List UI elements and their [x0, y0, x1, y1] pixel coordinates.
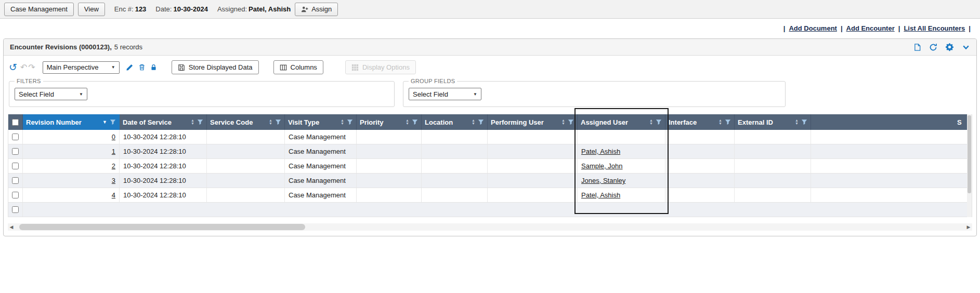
- case-management-button[interactable]: Case Management: [4, 3, 74, 16]
- filter-icon[interactable]: [275, 119, 281, 125]
- filter-icon[interactable]: [347, 119, 353, 125]
- grid-body: 010-30-2024 12:28:10Case Management110-3…: [8, 130, 972, 217]
- column-header-service-code[interactable]: Service Code▲▼: [207, 114, 285, 130]
- header-icons: ▲▼: [472, 119, 484, 125]
- column-header-priority[interactable]: Priority▲▼: [357, 114, 422, 130]
- cell-priority: [357, 188, 422, 202]
- lock-icon[interactable]: [150, 63, 157, 71]
- edit-perspective-icon[interactable]: [126, 63, 134, 71]
- columns-button[interactable]: Columns: [273, 60, 323, 74]
- display-options-button[interactable]: Display Options: [345, 60, 416, 74]
- row-filler: [811, 144, 954, 158]
- row-checkbox[interactable]: [12, 177, 19, 184]
- column-header-visit-type[interactable]: Visit Type▲▼: [285, 114, 357, 130]
- empty-row: [8, 203, 972, 217]
- column-header-assigned-user[interactable]: Assigned User▲▼: [578, 114, 665, 130]
- select-all-checkbox[interactable]: [12, 119, 19, 126]
- revision-link[interactable]: 0: [112, 133, 115, 141]
- row-filler: [811, 174, 954, 188]
- row-checkbox[interactable]: [12, 163, 19, 169]
- filter-icon[interactable]: [412, 119, 418, 125]
- cell-external-id: [735, 144, 811, 158]
- sort-icon[interactable]: ▲▼: [406, 119, 409, 125]
- column-header-date-of-service[interactable]: Date of Service▲▼: [120, 114, 207, 130]
- filter-icon[interactable]: [110, 119, 116, 125]
- revision-link[interactable]: 2: [112, 162, 115, 170]
- delete-perspective-icon[interactable]: [138, 63, 146, 71]
- filter-icon[interactable]: [656, 119, 662, 125]
- new-document-icon[interactable]: [913, 43, 921, 51]
- assign-user-icon: [301, 6, 308, 13]
- collapse-chevron-icon[interactable]: [962, 44, 970, 51]
- sort-icon[interactable]: ▲▼: [341, 119, 344, 125]
- row-checkbox[interactable]: [12, 148, 19, 155]
- scroll-left-arrow[interactable]: ◀: [8, 223, 15, 231]
- chevron-down-icon: ▼: [473, 92, 477, 97]
- assigned-user-link[interactable]: Patel, Ashish: [581, 191, 620, 199]
- cell-visit-type: Case Management: [285, 159, 357, 173]
- sort-icon[interactable]: ▲▼: [718, 119, 722, 125]
- history-forward-icon[interactable]: ↷: [28, 63, 35, 72]
- cell-service-code: [207, 188, 285, 202]
- horizontal-scrollbar[interactable]: ◀ ▶: [8, 223, 972, 231]
- column-header-location[interactable]: Location▲▼: [422, 114, 488, 130]
- cell-revision: 3: [23, 174, 120, 188]
- cell-performing-user: [488, 130, 578, 144]
- sort-icon[interactable]: ▲▼: [472, 119, 475, 125]
- sort-icon[interactable]: ▲▼: [269, 119, 272, 125]
- filter-icon[interactable]: [197, 119, 203, 125]
- cell-performing-user: [488, 188, 578, 202]
- list-all-encounters-link[interactable]: List All Encounters: [904, 24, 965, 32]
- row-checkbox[interactable]: [12, 134, 19, 140]
- filter-icon[interactable]: [801, 119, 807, 125]
- column-header-external-id[interactable]: External ID▲▼: [735, 114, 811, 130]
- scroll-right-arrow[interactable]: ▶: [965, 223, 972, 231]
- revision-link[interactable]: 4: [112, 191, 115, 199]
- filters-legend: FILTERS: [15, 78, 43, 84]
- cell-visit-type: Case Management: [285, 130, 357, 144]
- cell-interface: [665, 130, 735, 144]
- gear-icon[interactable]: [945, 43, 954, 51]
- group-fields-select[interactable]: Select Field ▼: [409, 88, 481, 100]
- filters-field-select[interactable]: Select Field ▼: [15, 88, 87, 100]
- group-fields-fieldset: GROUP FIELDS Select Field ▼: [403, 78, 786, 107]
- filter-icon[interactable]: [725, 119, 731, 125]
- row-checkbox-cell: [8, 188, 23, 202]
- history-back-icon[interactable]: ↶: [20, 63, 27, 72]
- sort-icon[interactable]: ▲▼: [191, 119, 194, 125]
- cell-assigned-user: Patel, Ashish: [578, 144, 665, 158]
- row-checkbox[interactable]: [12, 192, 19, 198]
- sort-icon[interactable]: ▲▼: [649, 119, 653, 125]
- assign-button[interactable]: Assign: [295, 3, 338, 16]
- assigned-user-link[interactable]: Sample, John: [581, 162, 623, 170]
- cell-date-of-service: 10-30-2024 12:28:10: [120, 144, 207, 158]
- assigned-user-link[interactable]: Jones, Stanley: [581, 177, 625, 184]
- group-fields-legend: GROUP FIELDS: [409, 78, 457, 84]
- vertical-scrollbar-thumb[interactable]: [968, 115, 971, 193]
- column-header-performing-user[interactable]: Performing User▲▼: [488, 114, 578, 130]
- cell-revision: 1: [23, 144, 120, 158]
- filters-fieldset: FILTERS Select Field ▼: [9, 78, 395, 107]
- sort-desc-icon[interactable]: ▼: [102, 119, 107, 125]
- horizontal-scrollbar-thumb[interactable]: [19, 224, 305, 230]
- panel-header-icons: [913, 43, 970, 51]
- revision-link[interactable]: 1: [112, 148, 115, 155]
- view-button[interactable]: View: [78, 3, 105, 16]
- filter-icon[interactable]: [478, 119, 484, 125]
- column-header-interface[interactable]: Interface▲▼: [665, 114, 735, 130]
- assigned-user-link[interactable]: Patel, Ashish: [581, 148, 620, 155]
- refresh-icon[interactable]: [929, 43, 937, 51]
- revision-link[interactable]: 3: [112, 177, 115, 184]
- row-checkbox[interactable]: [12, 206, 19, 213]
- reset-perspective-icon[interactable]: ↺: [9, 62, 17, 72]
- vertical-scrollbar[interactable]: [967, 114, 972, 217]
- add-encounter-link[interactable]: Add Encounter: [846, 24, 895, 32]
- sort-icon[interactable]: ▲▼: [795, 119, 799, 125]
- cell-priority: [357, 174, 422, 188]
- column-header-revision-number[interactable]: Revision Number▼: [23, 114, 120, 130]
- filter-icon[interactable]: [568, 119, 574, 125]
- add-document-link[interactable]: Add Document: [789, 24, 837, 32]
- store-displayed-data-button[interactable]: Store Displayed Data: [172, 60, 259, 74]
- sort-icon[interactable]: ▲▼: [561, 119, 565, 125]
- perspective-select[interactable]: Main Perspective ▼: [43, 61, 120, 74]
